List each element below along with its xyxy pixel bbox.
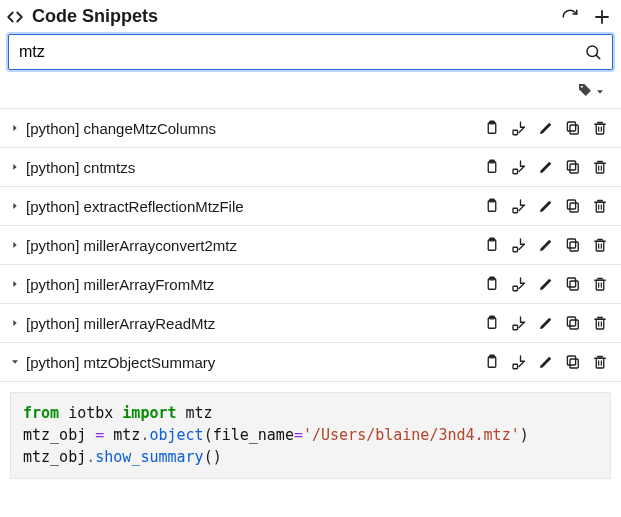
insert-button[interactable] bbox=[510, 275, 528, 293]
snippet-row[interactable]: [python] millerArrayFromMtz bbox=[0, 265, 621, 304]
snippet-label: [python] changeMtzColumns bbox=[26, 120, 483, 137]
snippet-label: [python] mtzObjectSummary bbox=[26, 354, 483, 371]
row-actions bbox=[483, 158, 609, 176]
row-actions bbox=[483, 119, 609, 137]
add-button[interactable] bbox=[593, 8, 611, 26]
edit-button[interactable] bbox=[537, 275, 555, 293]
code-keyword: import bbox=[122, 404, 176, 422]
code-paren: ) bbox=[213, 448, 222, 466]
tag-icon bbox=[577, 82, 593, 102]
delete-button[interactable] bbox=[591, 314, 609, 332]
snippet-label: [python] millerArrayFromMtz bbox=[26, 276, 483, 293]
search-input[interactable] bbox=[19, 43, 584, 61]
caret-right-icon[interactable] bbox=[8, 279, 22, 289]
code-fn: object bbox=[149, 426, 203, 444]
code-receiver: mtz_obj bbox=[23, 448, 86, 466]
copy-button[interactable] bbox=[483, 197, 501, 215]
duplicate-button[interactable] bbox=[564, 119, 582, 137]
insert-button[interactable] bbox=[510, 158, 528, 176]
snippet-row[interactable]: [python] millerArrayconvert2mtz bbox=[0, 226, 621, 265]
copy-button[interactable] bbox=[483, 275, 501, 293]
code-fn: show_summary bbox=[95, 448, 203, 466]
panel-title-group: Code Snippets bbox=[6, 6, 561, 27]
caret-right-icon[interactable] bbox=[8, 318, 22, 328]
snippet-label: [python] cntmtzs bbox=[26, 159, 483, 176]
caret-right-icon[interactable] bbox=[8, 240, 22, 250]
copy-button[interactable] bbox=[483, 314, 501, 332]
code-module: iotbx bbox=[68, 404, 113, 422]
delete-button[interactable] bbox=[591, 197, 609, 215]
insert-button[interactable] bbox=[510, 119, 528, 137]
snippet-row[interactable]: [python] changeMtzColumns bbox=[0, 109, 621, 148]
row-actions bbox=[483, 314, 609, 332]
duplicate-button[interactable] bbox=[564, 353, 582, 371]
code-dot: . bbox=[86, 448, 95, 466]
insert-button[interactable] bbox=[510, 236, 528, 254]
search-wrap bbox=[0, 31, 621, 72]
duplicate-button[interactable] bbox=[564, 314, 582, 332]
code-paren: ( bbox=[204, 426, 213, 444]
snippet-row[interactable]: [python] extractReflectionMtzFile bbox=[0, 187, 621, 226]
row-actions bbox=[483, 236, 609, 254]
code-string: '/Users/blaine/3nd4.mtz' bbox=[303, 426, 520, 444]
delete-button[interactable] bbox=[591, 275, 609, 293]
code-import: mtz bbox=[186, 404, 213, 422]
delete-button[interactable] bbox=[591, 236, 609, 254]
caret-right-icon[interactable] bbox=[8, 162, 22, 172]
edit-button[interactable] bbox=[537, 197, 555, 215]
snippet-label: [python] extractReflectionMtzFile bbox=[26, 198, 483, 215]
code-eq: = bbox=[95, 426, 104, 444]
snippet-row[interactable]: [python] mtzObjectSummary bbox=[0, 343, 621, 382]
row-actions bbox=[483, 275, 609, 293]
code-paren: ( bbox=[204, 448, 213, 466]
header-actions bbox=[561, 8, 611, 26]
edit-button[interactable] bbox=[537, 158, 555, 176]
code-keyword: from bbox=[23, 404, 59, 422]
duplicate-button[interactable] bbox=[564, 158, 582, 176]
snippet-list: [python] changeMtzColumns[python] cntmtz… bbox=[0, 108, 621, 382]
insert-button[interactable] bbox=[510, 353, 528, 371]
row-actions bbox=[483, 353, 609, 371]
snippet-row[interactable]: [python] cntmtzs bbox=[0, 148, 621, 187]
code-receiver: mtz bbox=[113, 426, 140, 444]
code-lhs: mtz_obj bbox=[23, 426, 86, 444]
duplicate-button[interactable] bbox=[564, 197, 582, 215]
copy-button[interactable] bbox=[483, 236, 501, 254]
caret-down-icon[interactable] bbox=[8, 357, 22, 367]
snippet-row[interactable]: [python] millerArrayReadMtz bbox=[0, 304, 621, 343]
code-icon bbox=[6, 8, 24, 26]
copy-button[interactable] bbox=[483, 158, 501, 176]
caret-right-icon[interactable] bbox=[8, 123, 22, 133]
search-box[interactable] bbox=[8, 34, 613, 70]
code-argname: file_name bbox=[213, 426, 294, 444]
insert-button[interactable] bbox=[510, 314, 528, 332]
caret-right-icon[interactable] bbox=[8, 201, 22, 211]
insert-button[interactable] bbox=[510, 197, 528, 215]
code-block: from iotbx import mtz mtz_obj = mtz.obje… bbox=[10, 392, 611, 479]
search-icon[interactable] bbox=[584, 43, 602, 61]
snippet-label: [python] millerArrayReadMtz bbox=[26, 315, 483, 332]
edit-button[interactable] bbox=[537, 119, 555, 137]
tag-filter[interactable] bbox=[0, 72, 621, 108]
refresh-button[interactable] bbox=[561, 8, 579, 26]
svg-point-4 bbox=[581, 86, 583, 88]
snippet-label: [python] millerArrayconvert2mtz bbox=[26, 237, 483, 254]
delete-button[interactable] bbox=[591, 119, 609, 137]
copy-button[interactable] bbox=[483, 353, 501, 371]
delete-button[interactable] bbox=[591, 353, 609, 371]
edit-button[interactable] bbox=[537, 314, 555, 332]
duplicate-button[interactable] bbox=[564, 275, 582, 293]
delete-button[interactable] bbox=[591, 158, 609, 176]
row-actions bbox=[483, 197, 609, 215]
edit-button[interactable] bbox=[537, 236, 555, 254]
code-eq: = bbox=[294, 426, 303, 444]
svg-line-3 bbox=[596, 55, 599, 58]
chevron-down-icon bbox=[595, 83, 605, 101]
panel-header: Code Snippets bbox=[0, 0, 621, 31]
panel-title: Code Snippets bbox=[32, 6, 158, 27]
edit-button[interactable] bbox=[537, 353, 555, 371]
duplicate-button[interactable] bbox=[564, 236, 582, 254]
copy-button[interactable] bbox=[483, 119, 501, 137]
code-paren: ) bbox=[520, 426, 529, 444]
